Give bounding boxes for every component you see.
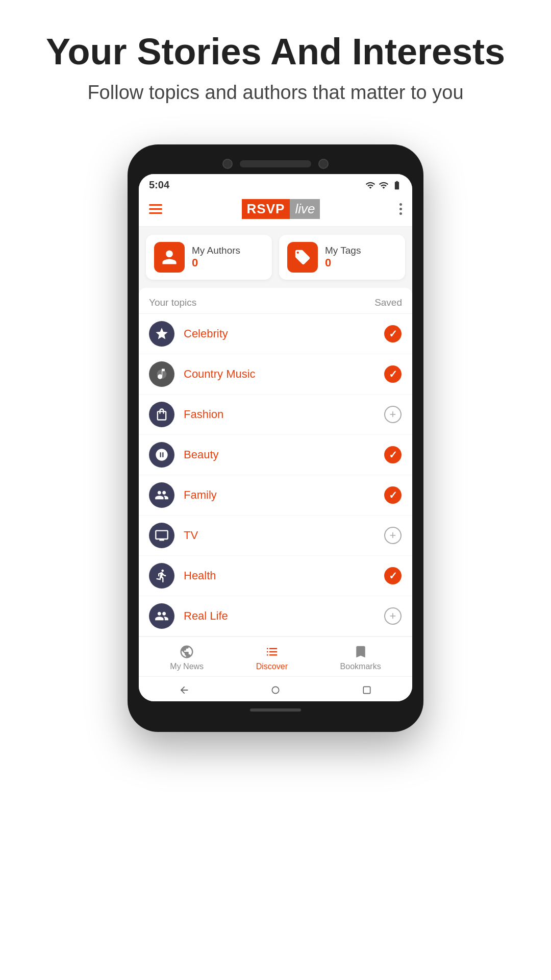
my-authors-label: My Authors [192, 245, 240, 256]
bottom-nav: My News Discover Bookmarks [139, 636, 412, 676]
my-tags-count: 0 [325, 256, 361, 270]
fashion-label: Fashion [184, 408, 374, 421]
cards-row: My Authors 0 My Tags 0 [139, 227, 412, 288]
nav-bookmarks[interactable]: Bookmarks [340, 644, 381, 671]
beauty-icon [149, 442, 174, 468]
topics-section: Your topics Saved Celebrity Country Musi… [139, 288, 412, 636]
svg-rect-2 [363, 687, 370, 693]
wifi-icon [365, 180, 375, 190]
topic-row-country-music[interactable]: Country Music [139, 354, 412, 395]
topics-header-saved: Saved [374, 297, 402, 308]
more-options-icon[interactable] [399, 203, 402, 215]
family-check [384, 486, 402, 504]
bag-icon [155, 407, 169, 422]
tv-action[interactable]: + [384, 526, 402, 545]
bookmarks-label: Bookmarks [340, 662, 381, 671]
menu-icon[interactable] [149, 204, 162, 214]
family-label: Family [184, 488, 374, 502]
phone-speaker [240, 160, 311, 167]
android-home[interactable] [268, 683, 283, 697]
country-music-label: Country Music [184, 368, 374, 381]
my-news-icon [179, 644, 194, 659]
phone-top-bar [139, 159, 412, 169]
nav-discover[interactable]: Discover [256, 644, 288, 671]
topics-header: Your topics Saved [139, 288, 412, 314]
my-authors-card[interactable]: My Authors 0 [146, 235, 272, 280]
real-life-add: + [384, 607, 402, 625]
phone-camera [222, 159, 233, 169]
app-header: RSVP live [139, 194, 412, 227]
fashion-add: + [384, 406, 402, 423]
status-time: 5:04 [149, 179, 169, 191]
my-authors-info: My Authors 0 [192, 245, 240, 270]
real-life-icon [149, 603, 174, 629]
beauty-svg-icon [155, 448, 169, 462]
family-icon [149, 482, 174, 508]
celebrity-action[interactable] [384, 325, 402, 343]
topic-row-family[interactable]: Family [139, 475, 412, 516]
my-tags-info: My Tags 0 [325, 245, 361, 270]
bookmarks-icon [353, 644, 368, 659]
fashion-icon [149, 402, 174, 427]
logo-rsvp: RSVP [242, 199, 290, 219]
my-tags-icon [287, 242, 318, 273]
celebrity-label: Celebrity [184, 327, 374, 340]
health-label: Health [184, 569, 374, 582]
svg-point-1 [272, 687, 279, 693]
my-authors-icon [154, 242, 185, 273]
topic-row-fashion[interactable]: Fashion + [139, 395, 412, 435]
phone-screen: 5:04 RSVP [139, 174, 412, 701]
health-icon [149, 563, 174, 589]
tv-icon [149, 523, 174, 548]
discover-label: Discover [256, 662, 288, 671]
my-news-label: My News [170, 662, 204, 671]
people-icon [155, 609, 169, 623]
my-tags-card[interactable]: My Tags 0 [279, 235, 405, 280]
topic-row-health[interactable]: Health [139, 556, 412, 596]
android-back[interactable] [177, 683, 191, 697]
beauty-label: Beauty [184, 448, 374, 461]
person-icon [161, 249, 178, 266]
battery-icon [392, 180, 402, 190]
my-tags-label: My Tags [325, 245, 361, 256]
my-authors-count: 0 [192, 256, 240, 270]
topic-row-beauty[interactable]: Beauty [139, 435, 412, 475]
app-logo: RSVP live [242, 199, 320, 219]
country-music-action[interactable] [384, 365, 402, 383]
fashion-action[interactable]: + [384, 405, 402, 424]
health-check [384, 567, 402, 584]
home-bar [250, 708, 301, 712]
topic-row-celebrity[interactable]: Celebrity [139, 314, 412, 354]
family-action[interactable] [384, 486, 402, 504]
android-recents[interactable] [360, 683, 374, 697]
country-music-check [384, 365, 402, 383]
topic-row-tv[interactable]: TV + [139, 516, 412, 556]
celebrity-icon [149, 321, 174, 347]
beauty-action[interactable] [384, 446, 402, 464]
status-bar: 5:04 [139, 174, 412, 194]
status-icons [365, 180, 402, 190]
page-title: Your Stories And Interests [46, 31, 505, 72]
star-icon [155, 327, 169, 341]
phone-bottom-bar [139, 708, 412, 712]
family-svg-icon [155, 488, 169, 502]
android-nav [139, 676, 412, 701]
phone-camera-2 [318, 159, 329, 169]
discover-icon [264, 644, 280, 659]
topic-row-real-life[interactable]: Real Life + [139, 596, 412, 636]
music-icon [155, 367, 169, 381]
nav-my-news[interactable]: My News [170, 644, 204, 671]
tag-icon [294, 249, 311, 266]
topics-header-label: Your topics [149, 297, 196, 308]
celebrity-check [384, 325, 402, 342]
tv-label: TV [184, 529, 374, 542]
logo-live: live [290, 199, 320, 219]
country-music-icon [149, 361, 174, 387]
real-life-action[interactable]: + [384, 607, 402, 625]
signal-icon [379, 180, 389, 190]
phone-frame: 5:04 RSVP [128, 144, 423, 732]
tv-add: + [384, 527, 402, 544]
real-life-label: Real Life [184, 609, 374, 623]
run-icon [155, 569, 169, 583]
health-action[interactable] [384, 567, 402, 585]
